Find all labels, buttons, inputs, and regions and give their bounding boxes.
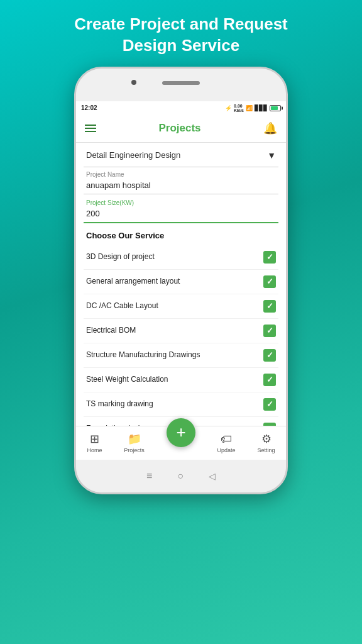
notification-bell-icon[interactable]: 🔔 (263, 121, 277, 135)
service-row[interactable]: DC /AC Cable Layout (84, 294, 278, 319)
nav-update[interactable]: 🏷 Update (217, 433, 236, 453)
status-time: 12:02 (81, 104, 97, 111)
speaker-grille (162, 81, 200, 85)
app-content: Detail Engineering Design ▼ Project Name… (76, 143, 286, 460)
service-label: TS marking drawing (86, 399, 263, 409)
service-row[interactable]: Structure Manufacturing Drawings (84, 343, 278, 368)
service-label: Structure Manufacturing Drawings (86, 350, 263, 360)
nav-home[interactable]: ⊞ Home (87, 432, 102, 453)
menu-indicator: ≡ (146, 470, 152, 482)
camera-dot (131, 80, 136, 85)
service-checkbox[interactable] (263, 349, 276, 362)
project-size-field[interactable]: Project Size(KW) 200 (84, 196, 278, 223)
service-row[interactable]: General arrangement layout (84, 270, 278, 294)
engineering-type-dropdown[interactable]: Detail Engineering Design ▼ (84, 143, 278, 167)
phone-frame: 12:02 ⚡ 0.00KB/s 📶 ▊▊▊ Projects 🔔 (74, 67, 288, 494)
status-right: ⚡ 0.00KB/s 📶 ▊▊▊ (225, 104, 281, 113)
service-label: Electrical BOM (86, 326, 263, 336)
phone-screen: 12:02 ⚡ 0.00KB/s 📶 ▊▊▊ Projects 🔔 (76, 101, 286, 460)
service-checkbox[interactable] (263, 300, 276, 313)
bluetooth-icon: ⚡ (225, 105, 232, 111)
phone-top-chrome (76, 69, 286, 101)
phone-bottom-chrome: ≡ ○ ◁ (76, 460, 286, 492)
service-label: 3D Design of project (86, 252, 263, 262)
services-section-title: Choose Our Service (84, 225, 278, 245)
service-label: General arrangement layout (86, 277, 263, 287)
service-label: DC /AC Cable Layout (86, 301, 263, 311)
service-checkbox[interactable] (263, 398, 276, 411)
service-checkbox[interactable] (263, 275, 276, 288)
nav-projects[interactable]: 📁 Projects (124, 432, 145, 453)
service-row[interactable]: TS marking drawing (84, 392, 278, 417)
tag-icon: 🏷 (221, 433, 232, 446)
project-name-value: anuapam hospital (86, 179, 276, 191)
signal-bars: ▊▊▊ (255, 105, 268, 111)
folder-icon: 📁 (128, 432, 141, 446)
status-bar: 12:02 ⚡ 0.00KB/s 📶 ▊▊▊ (76, 101, 286, 115)
service-checkbox[interactable] (263, 325, 276, 337)
page-header-text: Create Project and Request Design Servic… (55, 0, 307, 67)
app-header: Projects 🔔 (76, 115, 286, 143)
project-size-value: 200 (86, 208, 276, 219)
home-icon: ⊞ (90, 432, 99, 446)
app-title: Projects (158, 122, 200, 135)
dropdown-selected-value: Detail Engineering Design (86, 150, 180, 160)
wifi-icon: 📶 (246, 105, 253, 111)
project-size-label: Project Size(KW) (86, 199, 276, 206)
nav-setting-label: Setting (258, 447, 275, 453)
project-name-field[interactable]: Project Name anuapam hospital (84, 167, 278, 194)
service-row[interactable]: 3D Design of project (84, 245, 278, 270)
nav-update-label: Update (217, 447, 236, 453)
service-row[interactable]: Steel Weight Calculation (84, 368, 278, 392)
back-indicator: ◁ (209, 471, 216, 481)
add-fab-button[interactable]: + (167, 418, 195, 447)
home-indicator: ○ (177, 470, 184, 482)
battery-icon (270, 105, 281, 111)
nav-projects-label: Projects (124, 447, 145, 453)
gear-icon: ⚙ (261, 432, 272, 446)
service-checkbox[interactable] (263, 251, 276, 264)
dropdown-arrow-icon: ▼ (267, 150, 276, 160)
service-row[interactable]: Electrical BOM (84, 319, 278, 343)
nav-home-label: Home (87, 447, 102, 453)
nav-setting[interactable]: ⚙ Setting (258, 432, 275, 453)
hamburger-menu-button[interactable] (85, 125, 96, 132)
service-label: Steel Weight Calculation (86, 375, 263, 385)
project-name-label: Project Name (86, 171, 276, 178)
data-speed: 0.00KB/s (234, 104, 244, 113)
title-line2: Design Service (123, 36, 239, 55)
title-line1: Create Project and Request (74, 14, 288, 33)
service-checkbox[interactable] (263, 374, 276, 386)
